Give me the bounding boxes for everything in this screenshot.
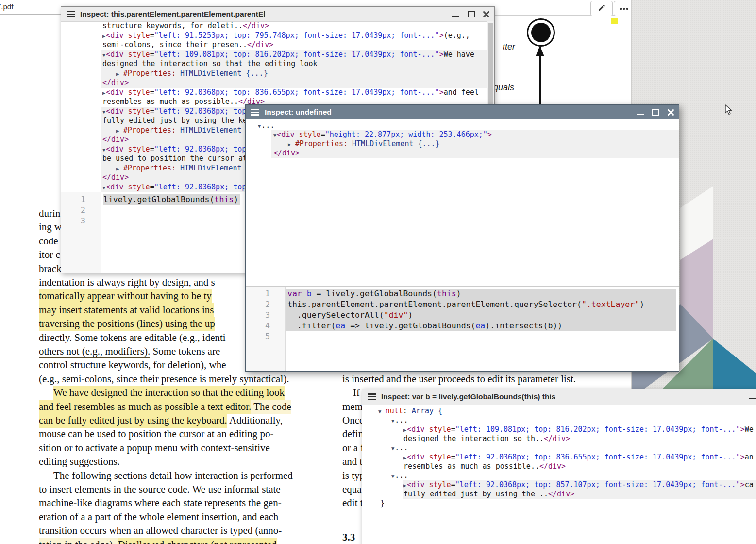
text-segment: <div	[407, 425, 424, 434]
text-segment: </div>	[273, 149, 300, 157]
text-segment: Some tokens are	[150, 345, 220, 357]
pencil-icon	[598, 4, 605, 14]
scrollbar-thumb[interactable]	[488, 23, 493, 104]
text-segment: tomatically appear without having to be …	[39, 289, 212, 304]
text-segment	[176, 126, 180, 135]
code-line[interactable]: var b = lively.getGlobalBounds(this)	[286, 289, 676, 299]
minimize-icon[interactable]	[637, 114, 644, 115]
text-segment: </div>	[544, 434, 570, 443]
text-segment: style	[294, 130, 320, 139]
dom-tree-row[interactable]: ▼...	[362, 416, 756, 425]
dom-tree: ▼...▼<div style="height: 22.877px; width…	[246, 121, 679, 158]
text-segment: HTMLDivElement	[180, 164, 241, 172]
dom-tree-row[interactable]: ▶<div style="left: 91.5253px; top: 795.7…	[61, 31, 494, 41]
text-segment: )	[234, 195, 238, 204]
dom-tree-row[interactable]: designed the interaction so th..</div>	[362, 434, 756, 443]
dom-tree-row[interactable]: }	[362, 499, 756, 508]
pdf-text-line: mouse can be used to position the cursor…	[39, 427, 273, 440]
text-segment: control structure keywords, for deletion…	[39, 359, 226, 371]
pdf-text-line: tomatically appear without having to be …	[39, 289, 212, 302]
maximize-icon[interactable]	[652, 109, 659, 116]
text-segment: mem	[342, 401, 363, 412]
code-area[interactable]: var b = lively.getGlobalBounds(this)this…	[286, 287, 676, 371]
text-segment: <div	[106, 145, 123, 153]
pdf-tab-label[interactable]: 7.pdf	[0, 2, 13, 11]
text-segment: We have designed the interaction so that…	[53, 386, 285, 400]
minimize-icon[interactable]	[749, 398, 756, 399]
text-segment: fully edited just by using the ke	[102, 116, 247, 125]
inspector-window-3: Inspect: var b = lively.getGlobalBounds(…	[362, 389, 756, 544]
window-titlebar[interactable]: Inspect: undefined	[246, 105, 679, 119]
text-segment: style	[123, 88, 150, 97]
text-segment: this	[214, 195, 234, 204]
dom-tree-row[interactable]: fully edited just by using the ..</div>	[362, 490, 756, 499]
text-segment: =	[150, 107, 154, 116]
dom-tree-row[interactable]: </div>	[246, 149, 679, 158]
code-line[interactable]: .filter(ea => lively.getGlobalBounds(ea)…	[286, 321, 676, 331]
dom-tree-row[interactable]: ▼ null: Array {	[362, 407, 756, 416]
dom-tree-row[interactable]: ▶<div style="left: 92.0368px; top: 836.6…	[362, 453, 756, 462]
window-titlebar[interactable]: Inspect: this.parentElement.parentElemen…	[61, 7, 494, 22]
text-segment: an	[745, 453, 754, 461]
close-icon[interactable]	[668, 109, 674, 116]
dom-tree-row[interactable]: ▶ #Properties: HTMLDivElement {...}	[61, 69, 494, 79]
text-segment: indentation is always right by design, a…	[39, 276, 215, 288]
pdf-text-line: eration of a a part of the whole element…	[39, 510, 278, 523]
text-segment: b	[307, 289, 312, 298]
dom-tree-row[interactable]: ▶<div style="left: 92.0368px; top: 857.1…	[362, 480, 756, 490]
text-segment: (e.g.,	[444, 31, 470, 40]
text-segment: }	[380, 499, 385, 508]
code-editor[interactable]: 12345 var b = lively.getGlobalBounds(thi…	[246, 286, 679, 371]
text-segment: = lively.getGlobalBounds(	[312, 289, 437, 298]
maximize-icon[interactable]	[468, 11, 475, 17]
pdf-section-number: 3.3	[342, 531, 355, 544]
text-segment	[176, 164, 180, 172]
text-segment: resembles as much as possible..	[102, 97, 238, 106]
text-segment: structure keywords, for deleti..	[102, 21, 243, 30]
code-line[interactable]: this.parentElement.parentElement.parentE…	[286, 299, 676, 310]
code-line[interactable]: .querySelectorAll("div")	[286, 310, 676, 321]
pdf-text-line: can be fully edited just by using the ke…	[39, 414, 283, 426]
text-segment: "div"	[384, 310, 408, 320]
window-titlebar[interactable]: Inspect: var b = lively.getGlobalBounds(…	[362, 389, 756, 405]
tab-border	[0, 14, 63, 15]
code-line[interactable]	[286, 331, 676, 342]
text-segment: ...	[395, 416, 408, 425]
text-segment: <div	[106, 31, 123, 40]
text-segment: >	[439, 88, 444, 97]
dom-tree-row[interactable]: ▼...	[246, 121, 679, 130]
text-segment: =	[150, 145, 154, 153]
text-segment: ".textLayer"	[582, 300, 639, 309]
dom-tree-row[interactable]: designed the interaction so that the edi…	[61, 59, 494, 69]
dom-tree-row[interactable]: ▶<div style="left: 92.0368px; top: 836.6…	[61, 88, 494, 98]
text-segment: semi-colons, since their presen..	[102, 40, 247, 49]
text-segment: style	[123, 145, 150, 153]
text-segment: "left: 92.0368px; top: 836.655px; font-s…	[455, 453, 740, 461]
pdf-text-line: and feel resembles as much as possible a…	[39, 400, 291, 413]
text-segment: </div>	[243, 21, 269, 30]
dom-tree-row[interactable]: structure keywords, for deleti..</div>	[61, 21, 494, 31]
menu-icon[interactable]	[251, 109, 259, 116]
dom-tree-row[interactable]: semi-colons, since their presen..</div>	[61, 40, 494, 50]
text-segment: ▶	[288, 141, 295, 147]
minimize-icon[interactable]	[452, 16, 459, 17]
yellow-note-marker[interactable]	[611, 18, 618, 24]
dom-tree-row[interactable]: ▼<div style="height: 22.877px; width: 25…	[246, 130, 679, 139]
text-segment: style	[424, 480, 451, 489]
text-segment: brack	[39, 263, 62, 274]
pdf-text-line: transition occurs when an allowed charac…	[39, 524, 282, 537]
dom-tree-row[interactable]: resembles as much as possible..</div>	[362, 462, 756, 471]
line-number: 1	[246, 289, 285, 299]
close-icon[interactable]	[483, 11, 489, 17]
menu-icon[interactable]	[67, 11, 75, 17]
dom-tree-row[interactable]: ▶<div style="left: 109.081px; top: 816.2…	[362, 425, 756, 434]
dom-tree-row[interactable]: ▼<div style="left: 109.081px; top: 816.2…	[61, 50, 494, 60]
text-segment: tation in the edge).	[39, 538, 118, 544]
dom-tree-row[interactable]: </div>	[61, 78, 494, 88]
dom-tree-row[interactable]: ▼...	[362, 443, 756, 453]
dom-tree-row[interactable]: ▶ #Properties: HTMLDivElement {...}	[246, 139, 679, 149]
annotate-button[interactable]	[590, 1, 613, 16]
pdf-text-line: machine-like diagrams where each state r…	[39, 496, 282, 509]
dom-tree-row[interactable]: ▼...	[362, 471, 756, 480]
menu-icon[interactable]	[368, 393, 376, 400]
